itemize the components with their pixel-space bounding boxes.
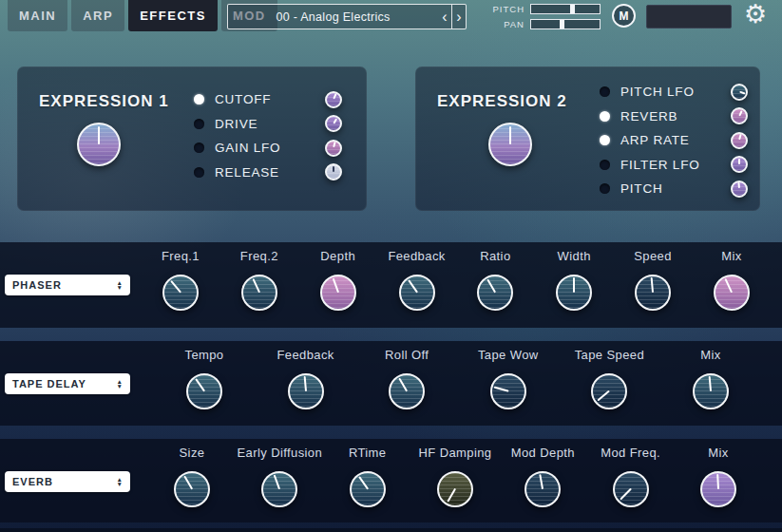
knob-needle [333,93,337,100]
fx-knob-mod-depth[interactable] [525,471,561,507]
tab-arp[interactable]: ARP [71,0,124,31]
settings-gear-icon[interactable]: ⚙ [744,0,767,29]
radio-selected-icon[interactable] [194,94,204,104]
expression-amount-knob[interactable] [731,156,748,173]
fx-knob-depth[interactable] [320,275,356,311]
knob-needle [170,280,181,293]
fx-knob-mix[interactable] [714,275,750,311]
expression-target-item[interactable]: PITCH LFO [600,80,750,104]
pitch-pan-controls: PITCH PAN [488,3,601,33]
knob-label: HF Damping [419,446,492,460]
expression-amount-knob[interactable] [731,107,748,124]
fx-type-dropdown[interactable]: TAPE DELAY ▲ ▼ [5,373,130,394]
pitch-slider-handle[interactable] [570,5,575,13]
expression-amount-knob[interactable] [731,84,748,101]
pan-slider[interactable] [530,19,601,29]
expression-amount-knob[interactable] [731,180,748,198]
knob-label: Freq.2 [240,249,278,263]
expression-target-item[interactable]: ARP RATE [600,128,750,153]
preset-prev-button[interactable]: ‹ [438,5,451,28]
knob-label: Feedback [388,249,445,263]
expression-amount-knob[interactable] [325,115,342,132]
fx-type-dropdown[interactable]: EVERB ▲ ▼ [5,471,130,492]
plugin-window: MAINARPEFFECTSMOD 00 - Analog Electrics … [0,0,782,532]
knob-label: Ratio [480,249,510,263]
knob-label: Size [180,446,205,460]
radio-selected-icon[interactable] [600,135,610,145]
fx-knob-early-diffusion[interactable] [261,471,297,507]
expression-1-title: EXPRESSION 1 [39,92,169,111]
fx-type-dropdown[interactable]: PHASER ▲ ▼ [5,275,130,295]
expression-target-label: ARP RATE [620,133,725,147]
radio-unselected-icon[interactable] [194,119,204,129]
expression-target-item[interactable]: PITCH [600,177,750,201]
fx-row-partial [0,528,782,532]
expression-main-knob[interactable] [77,123,121,166]
fx-knob-rtime[interactable] [350,471,386,507]
fx-type-label: PHASER [12,279,117,291]
expression-target-item[interactable]: FILTER LFO [600,153,750,178]
fx-knob-mod-freq-[interactable] [613,471,649,507]
fx-knob-roll-off[interactable] [389,373,425,409]
knob-needle [620,488,631,500]
fx-knob-freq-1[interactable] [162,275,199,311]
fx-knob-width[interactable] [556,275,592,311]
knob-cell: Freq.1 [154,249,207,311]
expression-target-item[interactable]: RELEASE [194,161,344,185]
knob-needle [333,166,334,172]
knob-label: Roll Off [385,348,429,362]
midi-button[interactable]: M [612,4,636,28]
knob-label: Tempo [184,348,223,362]
expression-amount-knob[interactable] [731,132,748,149]
expression-2-title: EXPRESSION 2 [437,92,567,111]
tab-main[interactable]: MAIN [8,0,67,31]
radio-unselected-icon[interactable] [600,160,610,170]
tab-effects[interactable]: EFFECTS [128,0,218,31]
radio-unselected-icon[interactable] [600,183,610,194]
fx-knob-tempo[interactable] [186,373,222,409]
knob-cell: Feedback [391,249,444,311]
knob-needle [724,278,732,293]
knob-cell: Mix [684,348,737,409]
fx-knob-size[interactable] [174,471,210,507]
pan-slider-handle[interactable] [560,20,564,28]
preset-next-button[interactable]: › [452,5,466,28]
preset-selector[interactable]: 00 - Analog Electrics ‹ › [227,4,467,29]
expression-amount-knob[interactable] [325,91,342,108]
fx-knob-hf-damping[interactable] [437,471,473,507]
fx-knob-ratio[interactable] [477,275,513,311]
fx-knob-speed[interactable] [635,275,671,311]
expression-amount-knob[interactable] [325,163,342,180]
arrow-down-icon: ▼ [117,482,123,486]
fx-knob-tape-wow[interactable] [490,373,526,409]
radio-unselected-icon[interactable] [194,142,204,153]
expression-target-item[interactable]: CUTOFF [194,87,344,112]
fx-knob-mix[interactable] [700,471,736,507]
expression-amount-knob[interactable] [325,140,342,157]
expression-target-item[interactable]: REVERB [600,104,750,129]
fx-knob-mix[interactable] [693,373,729,409]
radio-unselected-icon[interactable] [194,167,204,178]
radio-unselected-icon[interactable] [600,86,610,97]
pitch-row: PITCH [488,3,601,15]
expression-main-knob[interactable] [488,123,532,166]
fx-knob-feedback[interactable] [399,275,435,311]
fx-row-tape-delay: TAPE DELAY ▲ ▼ TempoFeedbackRoll OffTape… [0,341,782,426]
knob-needle [195,379,205,392]
fx-knob-freq-2[interactable] [241,275,277,311]
expression-2-knob-slot [488,123,532,166]
pitch-slider[interactable] [530,4,601,14]
knob-needle [540,474,544,489]
dropdown-arrows-icon: ▲ ▼ [117,477,123,486]
knob-cell: Depth [312,249,365,311]
expression-target-label: DRIVE [215,117,319,131]
knob-cell: RTime [341,446,394,507]
knob-label: Mix [721,249,741,263]
expression-target-item[interactable]: GAIN LFO [194,136,344,161]
expression-target-item[interactable]: DRIVE [194,112,344,137]
radio-selected-icon[interactable] [600,111,610,122]
fx-knob-feedback[interactable] [288,373,324,409]
knob-label: Tape Wow [478,348,539,362]
fx-knob-tape-speed[interactable] [591,373,627,409]
knob-needle [598,390,610,402]
